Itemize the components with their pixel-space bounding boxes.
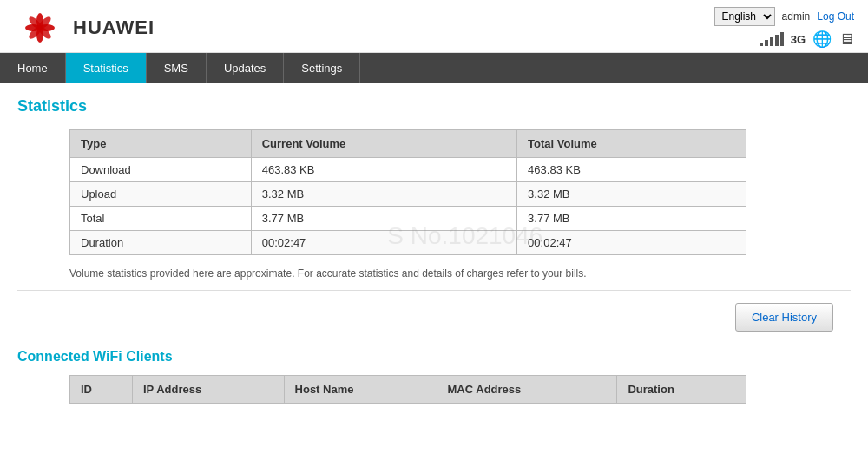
wifi-clients-title: Connected WiFi Clients (17, 349, 851, 365)
stats-cell-type: Download (70, 158, 252, 182)
brand-name: HUAWEI (73, 16, 155, 39)
signal-bar-3 (770, 37, 773, 46)
clear-history-row: Clear History (17, 303, 851, 332)
signal-bar-2 (765, 40, 768, 46)
nav-settings[interactable]: Settings (284, 53, 360, 83)
stats-note: Volume statistics provided here are appr… (69, 267, 851, 280)
stats-row: Total3.77 MB3.77 MB (70, 207, 746, 231)
statistics-section: Statistics Type Current Volume Total Vol… (17, 97, 851, 332)
stats-cell-current: 00:02:47 (251, 231, 516, 255)
stats-cell-current: 3.32 MB (251, 182, 516, 207)
wifi-col-ip: IP Address (132, 376, 284, 404)
col-type: Type (70, 130, 252, 158)
logout-link[interactable]: Log Out (817, 10, 854, 23)
col-current-volume: Current Volume (251, 130, 516, 158)
main-content: S No.1021046 Statistics Type Current Vol… (0, 83, 868, 418)
wifi-col-mac: MAC Address (437, 376, 617, 404)
wifi-col-hostname: Host Name (284, 376, 437, 404)
wifi-clients-section: Connected WiFi Clients ID IP Address Hos… (17, 349, 851, 404)
signal-bar-5 (780, 32, 784, 46)
header: HUAWEI English 中文 admin Log Out 3G 🌐 🖥 (0, 0, 868, 53)
lang-user-row: English 中文 admin Log Out (714, 7, 854, 26)
admin-label: admin (782, 10, 811, 23)
stats-cell-type: Duration (70, 231, 252, 255)
huawei-logo (14, 10, 66, 45)
nav-home[interactable]: Home (0, 53, 66, 83)
header-right: English 中文 admin Log Out 3G 🌐 🖥 (714, 7, 854, 49)
monitor-icon: 🖥 (838, 30, 854, 49)
language-select[interactable]: English 中文 (714, 7, 775, 26)
stats-row: Download463.83 KB463.83 KB (70, 158, 746, 182)
signal-bars (760, 32, 784, 46)
stats-cell-type: Upload (70, 182, 252, 207)
wifi-col-id: ID (70, 376, 133, 404)
signal-bar-4 (775, 35, 779, 46)
stats-row: Duration00:02:4700:02:47 (70, 231, 746, 255)
divider (17, 290, 851, 291)
wifi-clients-table: ID IP Address Host Name MAC Address Dura… (69, 375, 746, 404)
signal-bar-1 (760, 43, 763, 46)
stats-cell-total: 00:02:47 (517, 231, 746, 255)
stats-cell-total: 463.83 KB (517, 158, 746, 182)
status-icons: 3G 🌐 🖥 (760, 30, 854, 49)
stats-cell-total: 3.77 MB (517, 207, 746, 231)
col-total-volume: Total Volume (517, 130, 746, 158)
statistics-table: Type Current Volume Total Volume Downloa… (69, 129, 746, 255)
nav-updates[interactable]: Updates (207, 53, 284, 83)
stats-cell-type: Total (70, 207, 252, 231)
clear-history-button[interactable]: Clear History (735, 303, 833, 332)
logo-area: HUAWEI (14, 10, 155, 45)
network-type-label: 3G (791, 33, 806, 46)
stats-row: Upload3.32 MB3.32 MB (70, 182, 746, 207)
globe-icon: 🌐 (812, 30, 832, 49)
wifi-col-duration: Duration (617, 376, 746, 404)
stats-cell-current: 463.83 KB (251, 158, 516, 182)
stats-cell-total: 3.32 MB (517, 182, 746, 207)
nav-statistics[interactable]: Statistics (66, 53, 147, 83)
stats-cell-current: 3.77 MB (251, 207, 516, 231)
page-title: Statistics (17, 97, 851, 115)
nav-sms[interactable]: SMS (147, 53, 207, 83)
main-nav: Home Statistics SMS Updates Settings (0, 53, 868, 83)
